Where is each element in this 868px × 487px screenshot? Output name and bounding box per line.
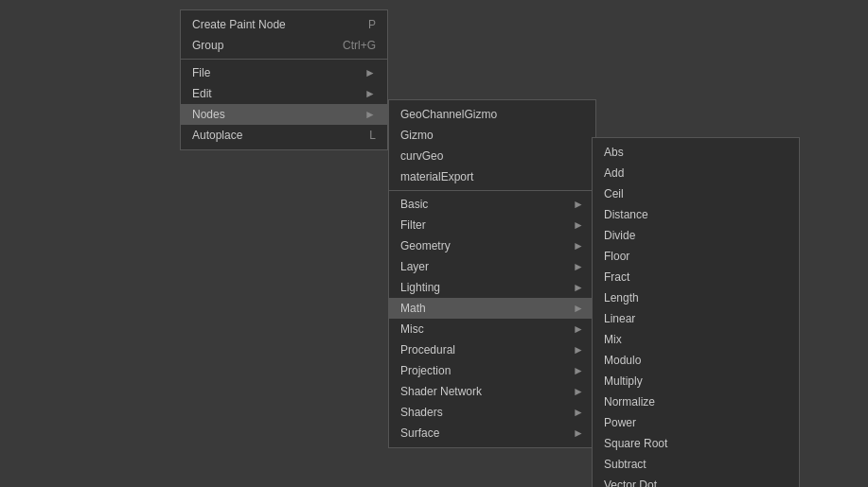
menu-label-floor: Floor xyxy=(604,250,629,263)
menu-label-add: Add xyxy=(604,166,624,180)
menu-item-math[interactable]: Math ► xyxy=(389,298,595,319)
menu-item-add[interactable]: Add xyxy=(593,163,799,183)
arrow-icon-procedural: ► xyxy=(573,343,584,357)
menu-item-filter[interactable]: Filter ► xyxy=(389,215,595,235)
menu-label-projection: Projection xyxy=(400,364,451,377)
menu-item-create-paint-node[interactable]: Create Paint Node P xyxy=(181,14,387,35)
menu-label-vector-dot: Vector Dot xyxy=(604,478,657,487)
arrow-icon-edit: ► xyxy=(364,87,376,100)
menu-item-projection[interactable]: Projection ► xyxy=(389,360,595,381)
menu-label-gizmo: Gizmo xyxy=(400,129,434,142)
menu-item-shaders[interactable]: Shaders ► xyxy=(389,402,595,423)
menu-item-fract[interactable]: Fract xyxy=(593,267,799,287)
arrow-icon-file: ► xyxy=(364,66,376,79)
menu-item-layer[interactable]: Layer ► xyxy=(389,256,595,277)
arrow-icon-filter: ► xyxy=(573,218,584,232)
menu-label-multiply: Multiply xyxy=(604,374,643,388)
menu-label-fract: Fract xyxy=(604,270,629,284)
menu-label-material-export: materialExport xyxy=(400,170,473,183)
menu-item-abs[interactable]: Abs xyxy=(593,142,799,163)
menu-level1: Create Paint Node P Group Ctrl+G File ► … xyxy=(180,9,388,150)
menu-item-vector-dot[interactable]: Vector Dot xyxy=(593,475,799,487)
menu-label-geo-channel-gizmo: GeoChannelGizmo xyxy=(400,108,497,121)
menu-label-length: Length xyxy=(604,291,639,304)
menu-level2: GeoChannelGizmo Gizmo curvGeo materialEx… xyxy=(388,99,596,448)
menu-label-shader-network: Shader Network xyxy=(400,385,482,398)
arrow-icon-geometry: ► xyxy=(573,239,584,252)
menu-label-ceil: Ceil xyxy=(604,187,624,200)
menu-label-procedural: Procedural xyxy=(400,343,455,357)
menu-item-autoplace[interactable]: Autoplace L xyxy=(181,125,387,146)
menu-item-ceil[interactable]: Ceil xyxy=(593,183,799,204)
arrow-icon-math: ► xyxy=(573,302,584,315)
arrow-icon-projection: ► xyxy=(573,364,584,377)
menu-level3: Abs Add Ceil Distance Divide Floor Fract… xyxy=(592,137,800,487)
menu-item-normalize[interactable]: Normalize xyxy=(593,391,799,412)
menu-item-length[interactable]: Length xyxy=(593,287,799,308)
arrow-icon-lighting: ► xyxy=(573,281,584,294)
menu-label-linear: Linear xyxy=(604,312,635,325)
menu-shortcut-autoplace: L xyxy=(369,129,376,142)
menu-item-surface[interactable]: Surface ► xyxy=(389,423,595,444)
menu-label-mix: Mix xyxy=(604,333,622,346)
menu-label-filter: Filter xyxy=(400,218,426,232)
menu-item-geometry[interactable]: Geometry ► xyxy=(389,235,595,256)
arrow-icon-layer: ► xyxy=(573,260,584,273)
menu-item-mix[interactable]: Mix xyxy=(593,329,799,350)
menu-label-abs: Abs xyxy=(604,146,624,159)
menu-item-lighting[interactable]: Lighting ► xyxy=(389,277,595,298)
menu-label-square-root: Square Root xyxy=(604,437,667,450)
menu-label-divide: Divide xyxy=(604,229,635,242)
menu-item-misc[interactable]: Misc ► xyxy=(389,319,595,339)
menu-item-square-root[interactable]: Square Root xyxy=(593,433,799,454)
menu-item-distance[interactable]: Distance xyxy=(593,204,799,225)
menu-label-math: Math xyxy=(400,302,426,315)
arrow-icon-shader-network: ► xyxy=(573,385,584,398)
menu-shortcut-group: Ctrl+G xyxy=(343,39,376,52)
menu-label-misc: Misc xyxy=(400,322,424,336)
menu-label-file: File xyxy=(192,66,210,79)
menu-label-edit: Edit xyxy=(192,87,212,100)
menu-item-gizmo[interactable]: Gizmo xyxy=(389,125,595,146)
arrow-icon-shaders: ► xyxy=(573,406,584,419)
menu-label-geometry: Geometry xyxy=(400,239,451,252)
menu-item-procedural[interactable]: Procedural ► xyxy=(389,339,595,360)
menu-item-modulo[interactable]: Modulo xyxy=(593,350,799,371)
menu-item-curv-geo[interactable]: curvGeo xyxy=(389,146,595,166)
menu-item-floor[interactable]: Floor xyxy=(593,246,799,267)
menu-item-basic[interactable]: Basic ► xyxy=(389,194,595,215)
menu-item-geo-channel-gizmo[interactable]: GeoChannelGizmo xyxy=(389,104,595,125)
arrow-icon-basic: ► xyxy=(573,198,584,211)
menu-label-basic: Basic xyxy=(400,198,428,211)
menu-item-power[interactable]: Power xyxy=(593,412,799,433)
menu-label-surface: Surface xyxy=(400,426,439,440)
separator-1 xyxy=(181,59,387,60)
menu-item-multiply[interactable]: Multiply xyxy=(593,371,799,391)
menu-label-curv-geo: curvGeo xyxy=(400,149,443,163)
menu-item-nodes[interactable]: Nodes ► xyxy=(181,104,387,125)
arrow-icon-surface: ► xyxy=(573,426,584,440)
menu-label-nodes: Nodes xyxy=(192,108,225,121)
menu-item-edit[interactable]: Edit ► xyxy=(181,83,387,104)
menu-label-subtract: Subtract xyxy=(604,458,647,471)
menu-label-group: Group xyxy=(192,39,223,52)
menu-label-shaders: Shaders xyxy=(400,406,443,419)
menu-label-distance: Distance xyxy=(604,208,648,221)
menu-item-material-export[interactable]: materialExport xyxy=(389,166,595,187)
menu-item-shader-network[interactable]: Shader Network ► xyxy=(389,381,595,402)
menu-item-group[interactable]: Group Ctrl+G xyxy=(181,35,387,56)
menu-label-power: Power xyxy=(604,416,636,429)
menu-shortcut-create-paint-node: P xyxy=(368,18,376,31)
menu-label-lighting: Lighting xyxy=(400,281,440,294)
menu-item-linear[interactable]: Linear xyxy=(593,308,799,329)
menu-label-create-paint-node: Create Paint Node xyxy=(192,18,286,31)
menu-label-normalize: Normalize xyxy=(604,395,655,409)
menu-label-modulo: Modulo xyxy=(604,354,641,367)
menu-item-subtract[interactable]: Subtract xyxy=(593,454,799,475)
menu-label-layer: Layer xyxy=(400,260,429,273)
menu-label-autoplace: Autoplace xyxy=(192,129,242,142)
arrow-icon-nodes: ► xyxy=(364,108,376,121)
separator-2 xyxy=(389,190,595,191)
menu-item-divide[interactable]: Divide xyxy=(593,225,799,246)
menu-item-file[interactable]: File ► xyxy=(181,62,387,83)
